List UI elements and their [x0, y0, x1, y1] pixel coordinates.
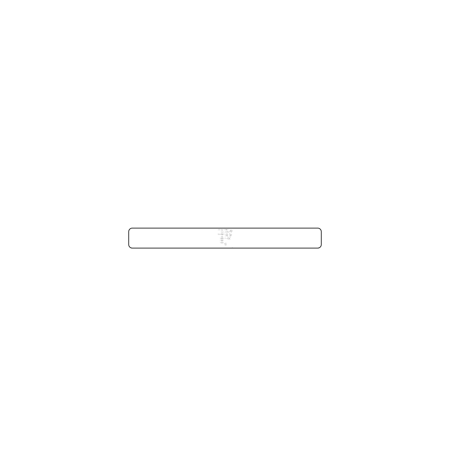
- pgd-label2: DRIVER: [222, 238, 222, 239]
- second-preview-label3: REFERENCE: [230, 235, 231, 235]
- spooler-label: SPOOLER: [218, 234, 220, 234]
- emf-cover: [221, 231, 223, 233]
- print-processor-label2: PROCESSOR: [222, 235, 223, 235]
- doc-header-block: [231, 230, 231, 230]
- outer-label: 100: [232, 247, 233, 247]
- arrow-printer-doc: [224, 243, 225, 244]
- preview-prod-label2: FILE FOR: [229, 238, 230, 239]
- printer-top: [221, 242, 223, 242]
- arrow-prev-secondprev: [229, 232, 230, 234]
- print-processor-label1: PRINT: [222, 234, 223, 234]
- preview-prod-label3: PRODUCTION: [228, 239, 230, 239]
- ref-102-top: 102: [221, 229, 222, 229]
- lm-label2: MONITOR: [221, 240, 222, 241]
- monitor-base: [231, 232, 232, 232]
- ref-117: 117: [230, 234, 230, 234]
- arrow-previewer-monitor2: [229, 231, 230, 232]
- ref-118: 118: [226, 234, 226, 234]
- doc-image-box: [225, 243, 225, 244]
- arrow-emf-prev: [223, 232, 226, 232]
- arrow-spooler-pp: [220, 234, 221, 235]
- ref-112: 112: [220, 238, 220, 238]
- printer-label: PRINTER: [222, 243, 223, 243]
- first-preview-label3: REFERENCE: [226, 235, 228, 235]
- outer-box: 101 102 110 103 114 104 111 118 117 130 …: [128, 228, 322, 248]
- previewer-label: PREVIEWER: [227, 232, 228, 232]
- ref-130: 130: [231, 229, 231, 230]
- ref-110: 110: [226, 229, 227, 229]
- arrow-previewer-monitor1: [229, 231, 230, 232]
- uid-label2: DRIVER: [226, 230, 227, 230]
- emf-label2: SPOOL FILE: [222, 232, 223, 232]
- page: 101 102 110 103 114 104 111 118 117 130 …: [128, 228, 322, 248]
- arrow-firstprev-prod: [227, 236, 228, 237]
- arrow-pp-previewer: [224, 232, 226, 234]
- ref-111: 111: [221, 233, 221, 234]
- ref-102-mid: 102: [221, 236, 221, 237]
- ref-121: 121: [226, 243, 226, 243]
- second-preview-label1: SECOND PREVIEW: [230, 235, 232, 235]
- first-preview-label1: FIRST PREVIEW: [226, 235, 228, 235]
- emf-label1: EMF: [222, 232, 223, 232]
- ref-120: 120: [220, 242, 220, 242]
- ref-113: 113: [220, 240, 220, 240]
